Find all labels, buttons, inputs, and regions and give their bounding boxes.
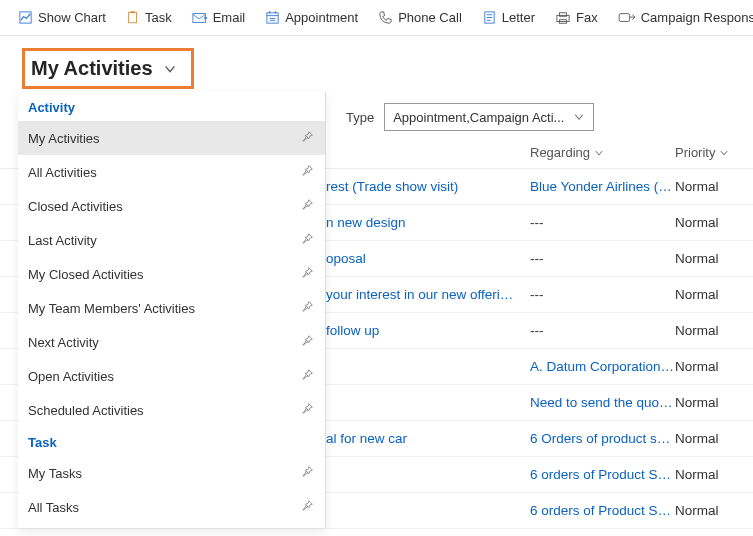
subject-cell[interactable]: rest (Trade show visit)	[326, 179, 530, 194]
campaign-response-icon	[618, 11, 636, 25]
view-option-label: Last Activity	[28, 233, 97, 248]
letter-button[interactable]: Letter	[474, 6, 543, 29]
subject-cell[interactable]: follow up	[326, 323, 530, 338]
appointment-button[interactable]: Appointment	[257, 6, 366, 29]
campaign-response-label: Campaign Response	[641, 10, 753, 25]
view-option-label: My Closed Activities	[28, 267, 144, 282]
campaign-response-button[interactable]: Campaign Response	[610, 6, 753, 29]
view-option-label: Closed Activities	[28, 199, 123, 214]
regarding-cell: ---	[530, 215, 675, 230]
pin-icon[interactable]	[301, 130, 315, 147]
fax-button[interactable]: Fax	[547, 6, 606, 29]
view-option[interactable]: Next Activity	[18, 325, 325, 359]
view-group-header: Phone Call	[18, 524, 325, 528]
view-option[interactable]: My Tasks	[18, 456, 325, 490]
view-option[interactable]: Last Activity	[18, 223, 325, 257]
view-option[interactable]: Open Activities	[18, 359, 325, 393]
show-chart-button[interactable]: Show Chart	[10, 6, 114, 29]
priority-cell: Normal	[675, 287, 745, 302]
view-option-label: Open Activities	[28, 369, 114, 384]
view-option[interactable]: My Closed Activities	[18, 257, 325, 291]
priority-cell: Normal	[675, 359, 745, 374]
view-option-label: All Tasks	[28, 500, 79, 515]
pin-icon[interactable]	[301, 300, 315, 317]
pin-icon[interactable]	[301, 499, 315, 516]
calendar-icon	[265, 10, 280, 25]
subject-cell[interactable]: n new design	[326, 215, 530, 230]
pin-icon[interactable]	[301, 198, 315, 215]
view-option[interactable]: Scheduled Activities	[18, 393, 325, 427]
chart-icon	[18, 10, 33, 25]
view-option[interactable]: My Activities	[18, 121, 325, 155]
phone-call-button[interactable]: Phone Call	[370, 6, 470, 29]
fax-icon	[555, 11, 571, 25]
view-option[interactable]: Closed Activities	[18, 189, 325, 223]
view-option-label: My Activities	[28, 131, 100, 146]
task-label: Task	[145, 10, 172, 25]
pin-icon[interactable]	[301, 334, 315, 351]
subject-cell[interactable]: al for new car	[326, 431, 530, 446]
pin-icon[interactable]	[301, 164, 315, 181]
email-icon	[192, 11, 208, 25]
svg-rect-2	[130, 11, 134, 13]
chevron-down-icon	[719, 148, 729, 158]
subject-cell[interactable]: oposal	[326, 251, 530, 266]
view-group-header: Task	[18, 427, 325, 456]
regarding-cell[interactable]: Blue Yonder Airlines (sam	[530, 179, 675, 194]
view-dropdown-scroll[interactable]: ActivityMy ActivitiesAll ActivitiesClose…	[18, 92, 325, 528]
command-bar: Show Chart Task Email Appointment Phone …	[0, 0, 753, 36]
chevron-down-icon	[594, 148, 604, 158]
regarding-cell[interactable]: 6 orders of Product SKU .	[530, 503, 675, 518]
pin-icon[interactable]	[301, 266, 315, 283]
priority-cell: Normal	[675, 503, 745, 518]
pin-icon[interactable]	[301, 402, 315, 419]
view-option[interactable]: All Tasks	[18, 490, 325, 524]
view-selector[interactable]: My Activities	[22, 48, 194, 89]
letter-icon	[482, 10, 497, 25]
pin-icon[interactable]	[301, 465, 315, 482]
pin-icon[interactable]	[301, 232, 315, 249]
view-group-header: Activity	[18, 92, 325, 121]
view-option-label: Next Activity	[28, 335, 99, 350]
activity-type-value: Appointment,Campaign Acti...	[393, 110, 564, 125]
phone-call-label: Phone Call	[398, 10, 462, 25]
letter-label: Letter	[502, 10, 535, 25]
email-button[interactable]: Email	[184, 6, 254, 29]
view-option-label: Scheduled Activities	[28, 403, 144, 418]
priority-cell: Normal	[675, 179, 745, 194]
regarding-cell: ---	[530, 323, 675, 338]
view-option-label: All Activities	[28, 165, 97, 180]
view-option-label: My Tasks	[28, 466, 82, 481]
view-option[interactable]: All Activities	[18, 155, 325, 189]
chevron-down-icon	[573, 111, 585, 123]
task-icon	[126, 10, 140, 25]
activity-type-select[interactable]: Appointment,Campaign Acti...	[384, 103, 594, 131]
regarding-cell[interactable]: 6 orders of Product SKU .	[530, 467, 675, 482]
subject-cell[interactable]: your interest in our new offerings	[326, 287, 530, 302]
regarding-cell: ---	[530, 251, 675, 266]
view-option[interactable]: My Team Members' Activities	[18, 291, 325, 325]
priority-cell: Normal	[675, 323, 745, 338]
task-button[interactable]: Task	[118, 6, 180, 29]
view-header-row: My Activities	[0, 36, 753, 89]
regarding-cell[interactable]: A. Datum Corporation (sa	[530, 359, 675, 374]
fax-label: Fax	[576, 10, 598, 25]
priority-cell: Normal	[675, 215, 745, 230]
view-option-label: My Team Members' Activities	[28, 301, 195, 316]
regarding-cell[interactable]: 6 Orders of product sku J	[530, 431, 675, 446]
email-label: Email	[213, 10, 246, 25]
appointment-label: Appointment	[285, 10, 358, 25]
svg-rect-3	[193, 13, 205, 22]
column-header-regarding[interactable]: Regarding	[530, 145, 675, 160]
priority-cell: Normal	[675, 467, 745, 482]
phone-icon	[378, 10, 393, 25]
svg-rect-1	[129, 12, 137, 23]
column-header-priority[interactable]: Priority	[675, 145, 745, 160]
show-chart-label: Show Chart	[38, 10, 106, 25]
pin-icon[interactable]	[301, 368, 315, 385]
priority-cell: Normal	[675, 431, 745, 446]
regarding-cell[interactable]: Need to send the quotati	[530, 395, 675, 410]
svg-rect-17	[619, 13, 630, 21]
column-header-priority-label: Priority	[675, 145, 715, 160]
chevron-down-icon	[163, 62, 177, 76]
